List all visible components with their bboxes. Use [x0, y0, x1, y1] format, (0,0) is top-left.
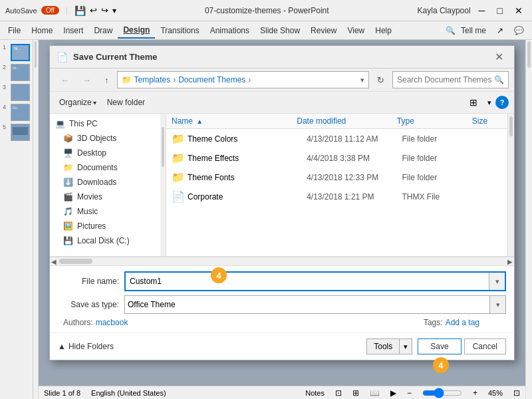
authors-value[interactable]: macbook	[96, 318, 128, 327]
maximize-button[interactable]: □	[493, 5, 507, 16]
nav-item-movies[interactable]: 🎬 Movies	[50, 190, 166, 204]
movies-icon: 🎬	[63, 192, 73, 201]
back-button[interactable]: ←	[55, 72, 74, 88]
zoom-slider[interactable]	[422, 388, 462, 398]
notes-button[interactable]: Notes	[305, 389, 325, 397]
menu-help[interactable]: Help	[370, 23, 397, 38]
address-dropdown-button[interactable]: ▾	[360, 76, 364, 84]
main-area: 1 Titl... 2 Int... 3 4 Go... 5	[0, 40, 532, 399]
help-button[interactable]: ?	[495, 96, 509, 109]
menu-slideshow[interactable]: Slide Show	[255, 23, 305, 38]
search-icon: 🔍	[494, 75, 504, 84]
slide-thumb-2[interactable]: 2 Int...	[3, 64, 30, 81]
autosave-label: AutoSave	[5, 7, 37, 15]
slide-thumb-4[interactable]: 4 Go...	[3, 104, 30, 121]
file-row-theme-fonts[interactable]: 📁 Theme Fonts 4/13/2018 12:33 PM File fo…	[166, 168, 507, 187]
menu-design[interactable]: Design	[118, 23, 155, 39]
close-button[interactable]: ✕	[511, 5, 527, 16]
left-nav-scrollbar[interactable]	[160, 114, 166, 256]
search-input[interactable]	[397, 75, 491, 84]
file-row-corporate[interactable]: 📄 Corporate 4/13/2018 1:21 PM THMX File	[166, 187, 507, 206]
view-dropdown-icon[interactable]: ▾	[486, 98, 493, 107]
menu-home[interactable]: Home	[26, 23, 58, 38]
col-header-type[interactable]: Type	[397, 116, 472, 126]
file-type-theme-effects: File folder	[402, 154, 474, 163]
file-list-scrollbar[interactable]	[507, 114, 514, 256]
menu-review[interactable]: Review	[305, 23, 342, 38]
slide-thumb-1[interactable]: 1 Titl...	[3, 44, 30, 61]
col-header-date[interactable]: Date modified	[297, 116, 397, 126]
comments-icon[interactable]: 💬	[509, 23, 529, 38]
tell-me-text[interactable]: Tell me	[456, 23, 491, 38]
undo-icon[interactable]: ↩	[90, 5, 97, 15]
menu-draw[interactable]: Draw	[88, 23, 118, 38]
hide-folders-label: Hide Folders	[68, 342, 114, 351]
col-header-size[interactable]: Size	[472, 116, 502, 126]
slide-panel-scrollbar[interactable]	[33, 40, 39, 399]
view-options-button[interactable]: ⊞	[464, 94, 483, 110]
forward-button[interactable]: →	[77, 72, 96, 88]
tools-button[interactable]: Tools	[366, 338, 400, 354]
file-row-theme-colors[interactable]: 📁 Theme Colors 4/13/2018 11:12 AM File f…	[166, 129, 507, 148]
filename-dropdown-button[interactable]: ▾	[489, 273, 505, 290]
save-theme-dialog: 📄 Save Current Theme ✕ ← → ↑ 📁 Templates…	[49, 45, 515, 360]
menu-transitions[interactable]: Transitions	[155, 23, 204, 38]
nav-item-thispc[interactable]: 💻 This PC	[50, 116, 166, 131]
redo-icon[interactable]: ↪	[101, 5, 108, 15]
cancel-button[interactable]: Cancel	[464, 338, 506, 354]
save-icon[interactable]: 💾	[74, 5, 86, 16]
fit-slide-icon[interactable]: ⊡	[513, 388, 520, 398]
address-crumb-templates[interactable]: Templates	[134, 75, 171, 84]
zoom-level: 45%	[488, 389, 503, 397]
saveastype-select[interactable]: Office Theme	[125, 296, 489, 313]
saveastype-dropdown-button[interactable]: ▾	[489, 296, 505, 313]
filename-label: File name:	[58, 277, 124, 286]
minimize-button[interactable]: ─	[475, 5, 489, 16]
nav-item-3dobjects[interactable]: 📦 3D Objects	[50, 131, 166, 146]
nav-item-pictures[interactable]: 🖼️ Pictures	[50, 219, 166, 233]
nav-item-music[interactable]: 🎵 Music	[50, 204, 166, 219]
slide-thumb-3[interactable]: 3	[3, 84, 30, 101]
address-crumb-document-themes[interactable]: Document Themes	[178, 75, 245, 84]
menu-file[interactable]: File	[3, 23, 26, 38]
nav-item-downloads[interactable]: ⬇️ Downloads	[50, 175, 166, 190]
save-button-wrapper: Save 4	[418, 338, 464, 354]
slide-panel: 1 Titl... 2 Int... 3 4 Go... 5	[0, 40, 33, 399]
menu-view[interactable]: View	[342, 23, 370, 38]
nav-item-localdisk[interactable]: 💾 Local Disk (C:)	[50, 233, 166, 248]
slide-thumb-5[interactable]: 5	[3, 124, 30, 141]
share-icon[interactable]: ↗	[491, 23, 509, 38]
right-scrollbar[interactable]	[525, 40, 532, 399]
hide-folders-button[interactable]: ▲ Hide Folders	[58, 342, 114, 351]
authors-label: Authors:	[63, 318, 93, 327]
nav-item-desktop[interactable]: 🖥️ Desktop	[50, 146, 166, 160]
view-slide-sorter-icon[interactable]: ⊞	[352, 388, 359, 398]
nav-item-documents[interactable]: 📁 Documents	[50, 160, 166, 175]
zoom-plus-icon[interactable]: +	[473, 388, 477, 398]
nav-label-documents: Documents	[77, 163, 118, 172]
refresh-button[interactable]: ↻	[372, 72, 390, 88]
view-reading-icon[interactable]: 📖	[370, 388, 380, 398]
tools-dropdown-button[interactable]: ▾	[400, 338, 412, 354]
view-slideshow-icon[interactable]: ▶	[390, 388, 396, 398]
zoom-minus-icon[interactable]: −	[407, 388, 412, 398]
dialog-close-button[interactable]: ✕	[491, 51, 507, 63]
hide-folders-arrow-icon: ▲	[58, 342, 66, 351]
organize-button[interactable]: Organize ▾	[55, 96, 100, 109]
view-normal-icon[interactable]: ⊡	[335, 388, 342, 398]
up-button[interactable]: ↑	[99, 72, 114, 88]
new-folder-button[interactable]: New folder	[103, 96, 149, 109]
autosave-toggle[interactable]: Off	[41, 6, 59, 15]
address-bar[interactable]: 📁 Templates › Document Themes › ▾	[117, 71, 370, 88]
col-header-name[interactable]: Name ▲	[172, 116, 297, 126]
thispc-icon: 💻	[55, 119, 65, 128]
filename-input[interactable]	[126, 273, 489, 290]
customize-icon[interactable]: ▾	[112, 6, 116, 15]
tags-value[interactable]: Add a tag	[446, 318, 479, 327]
save-button[interactable]: Save	[418, 338, 461, 354]
menu-animations[interactable]: Animations	[205, 23, 255, 38]
horizontal-scrollbar[interactable]: ◀ ▶	[50, 257, 514, 266]
menu-insert[interactable]: Insert	[58, 23, 88, 38]
tools-button-wrapper: Tools ▾	[366, 338, 412, 354]
file-row-theme-effects[interactable]: 📁 Theme Effects 4/4/2018 3:38 PM File fo…	[166, 148, 507, 168]
